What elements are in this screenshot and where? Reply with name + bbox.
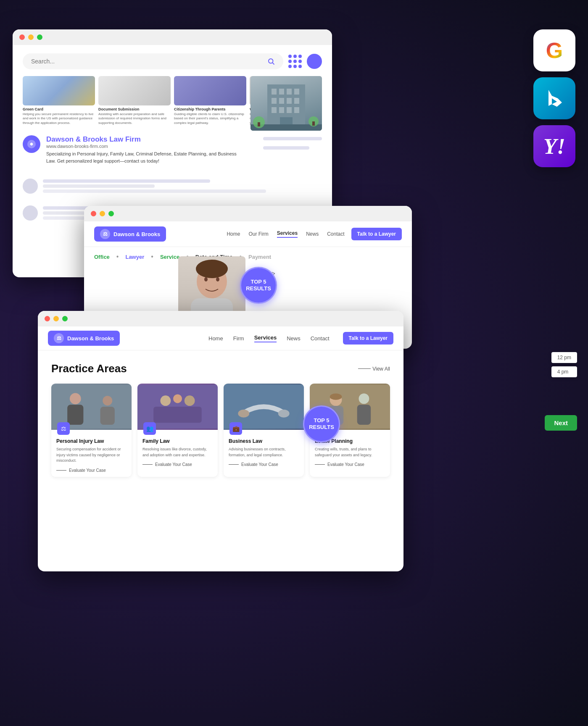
card-body-family: Family Law Resolving issues like divorce… <box>137 430 218 471</box>
svg-rect-12 <box>279 107 284 113</box>
middle-talk-btn[interactable]: Talk to a Lawyer <box>351 228 402 240</box>
middle-nav-ourfirm[interactable]: Our Firm <box>248 231 268 237</box>
placeholder-lines-1 <box>43 178 322 195</box>
placeholder-circle-2 <box>23 205 38 221</box>
thumb-img-flag <box>23 76 95 105</box>
filter-lawyer[interactable]: Lawyer <box>125 254 144 260</box>
svg-rect-46 <box>357 405 371 425</box>
front-talk-btn[interactable]: Talk to a Lawyer <box>343 332 393 345</box>
result-firm-name[interactable]: Dawson & Brooks Law Firm <box>46 135 257 144</box>
front-nav-links: Home Firm Services News Contact <box>208 334 330 342</box>
user-avatar[interactable] <box>307 54 322 69</box>
bing-icon-box[interactable] <box>533 77 575 119</box>
front-content: Practice Areas View All ⚖ <box>38 350 403 489</box>
thumb-document[interactable]: Document Submission Assisting with accur… <box>98 76 171 125</box>
front-nav-firm[interactable]: Firm <box>233 335 244 342</box>
card-business-law[interactable]: 💼 Business Law Advising businesses on co… <box>224 384 304 477</box>
bing-icon <box>543 87 566 110</box>
card-desc-personal: Securing compensation for accident or in… <box>56 447 127 464</box>
minimize-dot-m[interactable] <box>100 211 105 216</box>
svg-point-35 <box>160 395 171 406</box>
maximize-dot-f[interactable] <box>62 316 68 321</box>
svg-rect-18 <box>258 122 260 126</box>
middle-nav-contact[interactable]: Contact <box>327 231 344 237</box>
svg-point-37 <box>185 395 195 406</box>
middle-nav-news[interactable]: News <box>306 231 319 237</box>
close-dot-m[interactable] <box>91 211 96 216</box>
card-eval-business[interactable]: Evaluate Your Case <box>229 462 299 467</box>
front-nav-home[interactable]: Home <box>208 335 223 342</box>
eval-line-4 <box>315 464 325 465</box>
filter-dot-2: • <box>151 253 153 260</box>
google-icon-box[interactable]: G <box>533 29 575 71</box>
thumb-green-card[interactable]: Green Card Helping you secure permanent … <box>23 76 95 125</box>
thumb-citizenship[interactable]: Citizenship Through Parents Guiding elig… <box>174 76 246 125</box>
svg-point-39 <box>238 410 249 418</box>
middle-nav-services[interactable]: Services <box>277 230 298 238</box>
svg-line-1 <box>272 63 274 64</box>
lawfirm-front-window: ⚖ Dawson & Brooks Home Firm Services New… <box>38 311 403 571</box>
card-eval-personal[interactable]: Evaluate Your Case <box>56 468 127 473</box>
card-img-personal: ⚖ <box>51 384 132 430</box>
top5-badge-2: TOP 5RESULTS <box>303 405 340 442</box>
search-result: Dawson & Brooks Law Firm www.dawson-broo… <box>13 129 332 171</box>
ph-line <box>43 184 155 188</box>
practice-cards: ⚖ Personal Injury Law Securing compensat… <box>51 384 390 477</box>
apps-grid-icon[interactable] <box>288 55 302 68</box>
thumb-title-citizen: Citizenship Through Parents <box>174 107 246 111</box>
card-eval-estate[interactable]: Evaluate Your Case <box>315 462 385 467</box>
card-title-family: Family Law <box>142 438 213 444</box>
close-dot-f[interactable] <box>45 316 50 321</box>
card-eval-family[interactable]: Evaluate Your Case <box>142 462 213 467</box>
practice-title: Practice Areas <box>51 362 127 375</box>
card-img-family: 👥 <box>137 384 218 430</box>
placeholder-circle-1 <box>23 179 38 194</box>
result-logo <box>23 135 40 153</box>
eval-text-personal[interactable]: Evaluate Your Case <box>69 468 106 473</box>
card-family-law[interactable]: 👥 Family Law Resolving issues like divor… <box>137 384 218 477</box>
search-input-wrap[interactable] <box>23 53 283 69</box>
view-all-text[interactable]: View All <box>372 366 390 372</box>
middle-firm-logo[interactable]: ⚖ Dawson & Brooks <box>94 226 166 242</box>
next-button[interactable]: Next <box>545 415 577 431</box>
svg-rect-20 <box>312 121 315 126</box>
search-icon <box>267 58 275 65</box>
front-nav-services[interactable]: Services <box>254 334 277 342</box>
front-firm-logo[interactable]: ⚖ Dawson & Brooks <box>48 331 120 346</box>
view-all-link[interactable]: View All <box>358 366 390 372</box>
filter-payment[interactable]: Payment <box>248 254 271 260</box>
svg-rect-3 <box>272 89 277 95</box>
front-logo-icon: ⚖ <box>54 333 64 343</box>
svg-rect-13 <box>287 107 292 113</box>
minimize-dot[interactable] <box>28 34 34 40</box>
svg-point-45 <box>359 393 369 404</box>
placeholder-line-1 <box>263 137 322 140</box>
yahoo-icon-box[interactable]: Y! <box>533 125 575 167</box>
card-personal-injury[interactable]: ⚖ Personal Injury Law Securing compensat… <box>51 384 132 477</box>
top5-text-1: TOP 5RESULTS <box>246 279 271 292</box>
card-desc-estate: Creating wills, trusts, and plans to saf… <box>315 447 385 458</box>
eval-text-business[interactable]: Evaluate Your Case <box>241 462 278 467</box>
close-dot[interactable] <box>19 34 25 40</box>
search-titlebar <box>13 29 332 45</box>
card-icon-business: 💼 <box>229 422 242 435</box>
time-slot-4pm[interactable]: 4 pm <box>551 366 577 377</box>
card-title-personal: Personal Injury Law <box>56 438 127 444</box>
filter-service[interactable]: Service <box>160 254 179 260</box>
filter-office[interactable]: Office <box>94 254 110 260</box>
middle-titlebar <box>84 206 412 221</box>
maximize-dot[interactable] <box>37 34 42 40</box>
thumb-title-doc: Document Submission <box>98 107 171 111</box>
middle-nav-home[interactable]: Home <box>227 231 240 237</box>
time-slot-12pm[interactable]: 12 pm <box>551 352 577 363</box>
svg-rect-11 <box>272 107 277 113</box>
placeholder-line-2 <box>263 146 309 150</box>
search-input[interactable] <box>31 58 264 65</box>
maximize-dot-m[interactable] <box>108 211 114 216</box>
front-nav-contact[interactable]: Contact <box>311 335 330 342</box>
card-img-business: 💼 <box>224 384 304 430</box>
minimize-dot-f[interactable] <box>53 316 59 321</box>
front-nav-news[interactable]: News <box>287 335 301 342</box>
eval-text-estate[interactable]: Evaluate Your Case <box>327 462 364 467</box>
eval-text-family[interactable]: Evaluate Your Case <box>155 462 192 467</box>
